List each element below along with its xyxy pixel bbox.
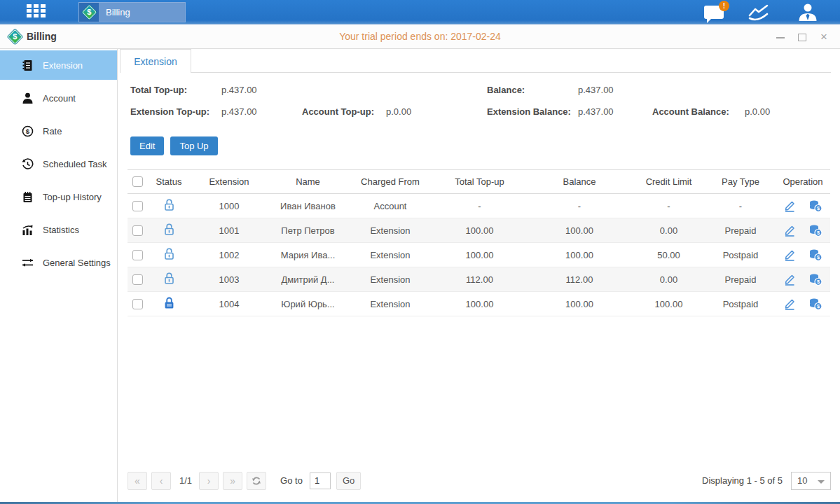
- goto-page-input[interactable]: [310, 472, 331, 489]
- total-topup-label: Total Top-up:: [130, 85, 221, 95]
- close-button[interactable]: ×: [819, 32, 829, 42]
- operation-cell: $: [776, 225, 830, 237]
- extension-cell: 1001: [191, 225, 268, 236]
- status-icon-cell: [147, 247, 191, 262]
- unlocked-icon: [163, 223, 175, 236]
- credit-limit-cell: -: [632, 201, 705, 211]
- notepad-icon: [22, 191, 34, 203]
- chevron-down-icon: [818, 480, 825, 487]
- select-all-checkbox[interactable]: [132, 176, 143, 187]
- user-account-icon[interactable]: [797, 3, 819, 22]
- sidebar-item-rate[interactable]: $ Rate: [0, 116, 117, 146]
- first-page-button[interactable]: «: [128, 472, 147, 490]
- pay-type-cell: -: [705, 201, 776, 211]
- sidebar-item-statistics[interactable]: Statistics: [0, 215, 117, 244]
- maximize-button[interactable]: [797, 32, 807, 42]
- charged-from-cell: Extension: [348, 250, 432, 260]
- col-extension: Extension: [191, 176, 268, 187]
- col-total-topup: Total Top-up: [432, 176, 527, 187]
- notifications-icon[interactable]: !: [704, 6, 724, 19]
- charged-from-cell: Account: [348, 201, 432, 211]
- sidebar-item-topup-history[interactable]: Top-up History: [0, 182, 117, 211]
- edit-row-icon[interactable]: [783, 200, 796, 212]
- tab-strip: Extension: [118, 49, 840, 73]
- charged-from-cell: Extension: [348, 299, 432, 309]
- balance-cell: 100.00: [527, 225, 632, 236]
- col-charged-from: Charged From: [348, 176, 432, 187]
- row-checkbox[interactable]: [132, 274, 143, 285]
- topup-row-icon[interactable]: $: [808, 298, 822, 310]
- table-header: Status Extension Name Charged From Total…: [128, 169, 830, 194]
- sidebar: Extension Account $ Rate Scheduled Task: [0, 49, 118, 502]
- topup-button[interactable]: Top Up: [170, 136, 217, 155]
- person-icon: [22, 92, 34, 104]
- taskbar-item-billing[interactable]: $ Billing: [78, 2, 186, 22]
- table-row: 1002Мария Ива...Extension100.00100.0050.…: [128, 243, 830, 267]
- trial-notice: Your trial period ends on: 2017-02-24: [0, 31, 840, 42]
- col-credit-limit: Credit Limit: [632, 176, 705, 187]
- row-checkbox[interactable]: [132, 225, 143, 236]
- edit-button[interactable]: Edit: [130, 136, 164, 155]
- window-title-bar: $ Billing Your trial period ends on: 201…: [0, 24, 840, 49]
- goto-label: Go to: [280, 475, 303, 486]
- balance-cell: 100.00: [527, 250, 632, 260]
- topup-row-icon[interactable]: $: [808, 225, 822, 237]
- col-status: Status: [147, 176, 191, 187]
- sidebar-item-scheduled-task[interactable]: Scheduled Task: [0, 149, 117, 178]
- last-page-button[interactable]: »: [223, 472, 242, 490]
- monitor-chart-icon[interactable]: [748, 4, 773, 22]
- minimize-button[interactable]: [776, 32, 785, 42]
- edit-row-icon[interactable]: [783, 274, 796, 286]
- total-topup-value: p.437.00: [221, 85, 257, 95]
- extension-balance-value: p.437.00: [578, 106, 614, 117]
- pay-type-cell: Prepaid: [705, 225, 776, 236]
- col-operation: Operation: [776, 176, 830, 187]
- total-topup-cell: 100.00: [432, 299, 527, 309]
- unlocked-icon: [163, 198, 175, 211]
- pagination-bar: « ‹ 1/1 › » Go to Go Displaying 1 - 5 of…: [128, 471, 831, 490]
- row-checkbox[interactable]: [132, 201, 143, 211]
- total-topup-cell: 100.00: [432, 250, 527, 260]
- app-grid-icon[interactable]: [27, 4, 48, 20]
- edit-row-icon[interactable]: [783, 249, 796, 261]
- topup-row-icon[interactable]: $: [808, 249, 822, 261]
- sidebar-item-label: Account: [43, 93, 76, 104]
- row-checkbox[interactable]: [132, 299, 143, 309]
- edit-row-icon[interactable]: [783, 225, 796, 237]
- next-page-button[interactable]: ›: [199, 472, 219, 490]
- account-topup-label: Account Top-up:: [302, 106, 386, 117]
- prev-page-button[interactable]: ‹: [151, 472, 171, 490]
- billing-app-icon: $: [79, 3, 99, 22]
- edit-row-icon[interactable]: [783, 298, 796, 310]
- balance-cell: 112.00: [527, 274, 632, 285]
- topup-row-icon[interactable]: $: [808, 274, 822, 286]
- sidebar-item-label: Extension: [43, 60, 83, 71]
- unlocked-icon: [163, 272, 175, 285]
- sidebar-item-extension[interactable]: Extension: [0, 50, 117, 80]
- refresh-button[interactable]: [247, 472, 266, 490]
- svg-text:$: $: [26, 127, 30, 135]
- sidebar-item-general-settings[interactable]: General Settings: [0, 248, 117, 277]
- row-checkbox[interactable]: [132, 250, 143, 260]
- tab-extension[interactable]: Extension: [120, 49, 191, 73]
- total-topup-cell: 100.00: [432, 225, 527, 236]
- name-cell: Петр Петров: [268, 225, 348, 236]
- total-topup-cell: 112.00: [432, 274, 527, 285]
- operation-cell: $: [776, 274, 830, 286]
- sidebar-item-account[interactable]: Account: [0, 83, 117, 113]
- sidebar-item-label: Top-up History: [43, 192, 102, 202]
- topup-row-icon[interactable]: $: [808, 200, 822, 212]
- page-size-value: 10: [797, 475, 807, 486]
- dollar-circle-icon: $: [22, 125, 34, 137]
- notification-badge: !: [719, 1, 729, 11]
- window-title: $ Billing: [10, 31, 57, 42]
- table-row: 1004Юрий Юрь...Extension100.00100.00100.…: [128, 292, 830, 316]
- account-balance-value: p.0.00: [745, 106, 770, 117]
- page-size-select[interactable]: 10: [791, 472, 831, 490]
- go-button[interactable]: Go: [336, 472, 361, 490]
- extension-cell: 1000: [191, 201, 268, 211]
- name-cell: Мария Ива...: [268, 250, 348, 260]
- credit-limit-cell: 50.00: [632, 250, 705, 260]
- table-row: 1003Дмитрий Д...Extension112.00112.000.0…: [128, 267, 830, 292]
- account-balance-label: Account Balance:: [652, 106, 745, 117]
